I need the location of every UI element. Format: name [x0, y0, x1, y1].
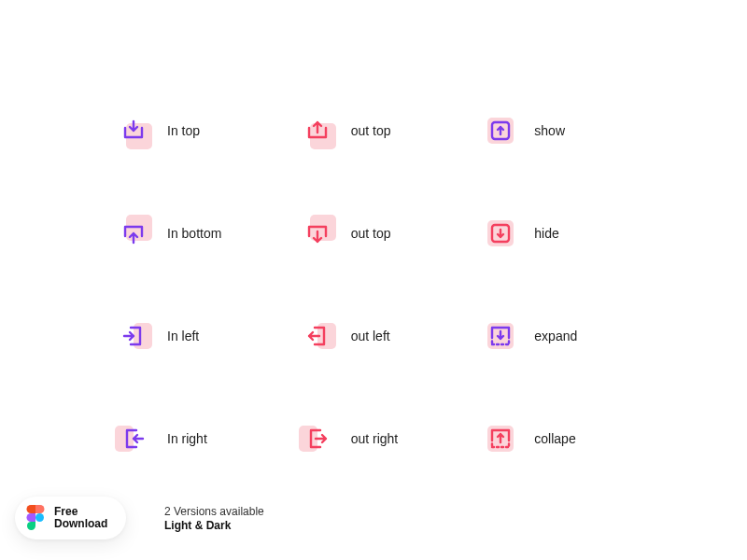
- icon-grid: In top out top show: [117, 112, 640, 457]
- in-bottom-label: In bottom: [167, 226, 221, 241]
- cell-out-top: out top: [301, 112, 457, 149]
- in-top-icon: [117, 114, 150, 147]
- out-left-label: out left: [351, 329, 390, 343]
- cell-out-right: out right: [301, 420, 457, 457]
- cell-show: show: [484, 112, 640, 149]
- show-label: show: [534, 123, 565, 138]
- cell-in-top: In top: [117, 112, 273, 149]
- pill-line2: Download: [54, 518, 107, 530]
- in-right-label: In right: [167, 431, 207, 446]
- in-top-label: In top: [167, 123, 200, 138]
- cell-in-left: In left: [117, 317, 273, 355]
- out-bottom-icon: [301, 217, 334, 250]
- out-right-icon: [301, 422, 334, 455]
- cell-in-bottom: In bottom: [117, 215, 273, 252]
- in-bottom-icon: [117, 217, 150, 250]
- out-top-icon: [301, 114, 334, 147]
- out-bottom-label: out top: [351, 226, 391, 241]
- icon-sheet: In top out top show: [0, 0, 747, 560]
- cell-expand: expand: [484, 317, 640, 355]
- cell-out-top-2: out top: [301, 215, 457, 252]
- in-left-icon: [117, 319, 150, 353]
- cell-in-right: In right: [117, 420, 273, 457]
- out-right-label: out right: [351, 431, 399, 446]
- in-left-label: In left: [167, 329, 199, 343]
- versions-line1: 2 Versions available: [164, 505, 264, 520]
- collapse-icon: [484, 422, 517, 455]
- free-download-button[interactable]: Free Download: [15, 497, 126, 539]
- versions-info: 2 Versions available Light & Dark: [164, 505, 264, 534]
- hide-icon: [484, 217, 517, 250]
- out-left-icon: [301, 319, 334, 353]
- collapse-label: collape: [534, 431, 575, 446]
- figma-icon: [26, 505, 45, 531]
- cell-out-left: out left: [301, 317, 457, 355]
- out-top-label: out top: [351, 123, 391, 138]
- hide-label: hide: [534, 226, 558, 241]
- in-right-icon: [117, 422, 150, 455]
- expand-label: expand: [534, 329, 577, 343]
- pill-text: Free Download: [54, 506, 107, 529]
- versions-line2: Light & Dark: [164, 519, 264, 534]
- svg-point-2: [35, 513, 44, 522]
- expand-icon: [484, 319, 517, 353]
- show-icon: [484, 114, 517, 147]
- cell-hide: hide: [484, 215, 640, 252]
- cell-collapse: collape: [484, 420, 640, 457]
